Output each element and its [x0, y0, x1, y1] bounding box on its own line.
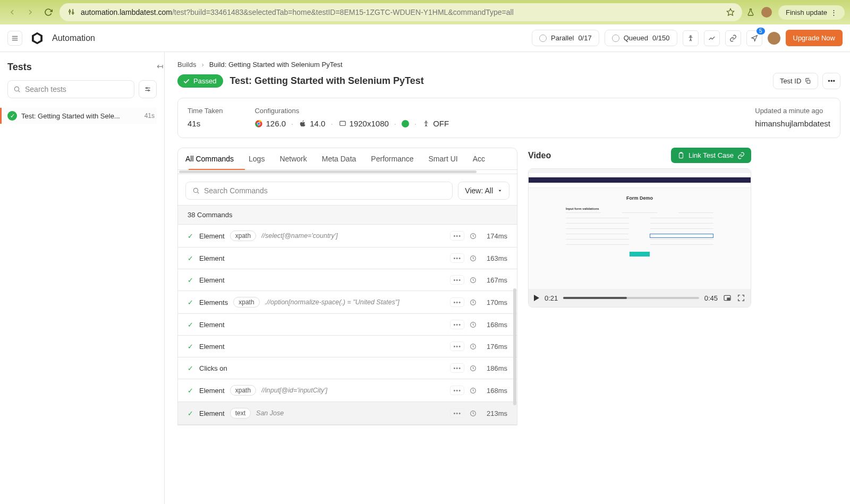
locator-value: //select[@name='country']: [261, 232, 338, 240]
site-controls-icon[interactable]: [67, 7, 76, 17]
back-button[interactable]: [5, 5, 19, 19]
preview-form-title: Form Demo: [566, 195, 713, 201]
tab-logs[interactable]: Logs: [241, 148, 272, 169]
command-row[interactable]: ✓ Clicks on ••• 186ms: [178, 357, 517, 379]
locator-value: San Jose: [256, 409, 284, 417]
queued-count: 0/150: [652, 34, 670, 42]
user-avatar[interactable]: [768, 32, 780, 45]
command-more-button[interactable]: •••: [450, 253, 464, 263]
play-button[interactable]: [534, 295, 539, 301]
notifications-icon[interactable]: 5: [746, 30, 762, 46]
command-name: Elements: [199, 298, 228, 306]
parallel-label: Parallel: [551, 34, 574, 42]
locator-value: //input[@id='inputCity']: [261, 387, 327, 394]
resolution-icon: [338, 119, 347, 128]
command-more-button[interactable]: •••: [450, 386, 464, 395]
locator-value: .//option[normalize-space(.) = "United S…: [265, 298, 400, 306]
command-row[interactable]: ✓ Element ••• 168ms: [178, 314, 517, 336]
tab-meta-data[interactable]: Meta Data: [314, 148, 364, 169]
lambdatest-logo[interactable]: [29, 30, 46, 47]
flask-icon[interactable]: [746, 8, 755, 16]
check-icon: ✓: [188, 321, 194, 329]
search-icon: [13, 86, 21, 93]
svg-line-12: [19, 91, 20, 92]
command-duration: 170ms: [482, 298, 507, 306]
url-domain: automation.lambdatest.com: [81, 8, 172, 16]
clock-icon: [470, 233, 477, 240]
video-player: Form Demo Input form validations: [528, 168, 751, 307]
pip-button[interactable]: [723, 294, 732, 302]
search-tests-input[interactable]: Search tests: [7, 80, 134, 98]
search-commands-input[interactable]: Search Commands: [185, 182, 453, 200]
commands-count: 38 Commands: [178, 205, 517, 225]
command-more-button[interactable]: •••: [450, 408, 464, 418]
command-duration: 163ms: [482, 254, 507, 262]
tabs: All Commands Logs Network Meta Data Perf…: [178, 148, 517, 170]
svg-point-10: [690, 35, 691, 36]
tab-smart-ui[interactable]: Smart UI: [421, 148, 465, 169]
command-row[interactable]: ✓ ElementtextSan Jose ••• 213ms: [178, 402, 517, 425]
link-test-case-button[interactable]: Link Test Case: [671, 148, 751, 163]
video-preview[interactable]: Form Demo Input form validations: [529, 169, 751, 289]
command-row[interactable]: ✓ Element ••• 176ms: [178, 336, 517, 357]
queued-label: Queued: [624, 34, 648, 42]
profile-avatar[interactable]: [761, 7, 772, 18]
more-actions-button[interactable]: •••: [822, 73, 840, 89]
video-title: Video: [528, 151, 551, 160]
video-seekbar[interactable]: [563, 297, 699, 299]
status-chip: Passed: [177, 74, 223, 88]
tabs-scrollbar[interactable]: [178, 170, 517, 174]
updated-label: Updated a minute ago: [755, 107, 830, 115]
check-icon: ✓: [188, 343, 194, 351]
commands-list[interactable]: ✓ Elementxpath//select[@name='country'] …: [178, 225, 517, 425]
accessibility-icon[interactable]: [683, 30, 699, 46]
test-id-button[interactable]: Test ID: [773, 73, 818, 89]
filter-button[interactable]: [139, 80, 157, 98]
menu-button[interactable]: [7, 31, 22, 46]
search-icon: [192, 187, 200, 194]
command-row[interactable]: ✓ Elementxpath//select[@name='country'] …: [178, 225, 517, 247]
list-scrollbar[interactable]: [513, 288, 516, 405]
analytics-icon[interactable]: [704, 30, 720, 46]
finish-update-button[interactable]: Finish update ⋮: [778, 5, 845, 20]
command-more-button[interactable]: •••: [450, 341, 464, 351]
command-more-button[interactable]: •••: [450, 320, 464, 329]
tab-all-commands[interactable]: All Commands: [178, 148, 241, 169]
check-icon: ✓: [188, 232, 194, 240]
locator-type-tag: text: [230, 408, 251, 418]
tab-performance[interactable]: Performance: [363, 148, 421, 169]
upgrade-button[interactable]: Upgrade Now: [786, 30, 843, 46]
tab-accessibility[interactable]: Acc: [465, 148, 492, 169]
command-row[interactable]: ✓ Element ••• 163ms: [178, 247, 517, 269]
notifications-badge: 5: [756, 28, 765, 35]
command-row[interactable]: ✓ Elementsxpath.//option[normalize-space…: [178, 291, 517, 314]
command-more-button[interactable]: •••: [450, 275, 464, 285]
collapse-sidebar-button[interactable]: ↤: [155, 62, 165, 71]
reload-button[interactable]: [41, 5, 55, 19]
tab-network[interactable]: Network: [272, 148, 314, 169]
command-more-button[interactable]: •••: [450, 363, 464, 373]
copy-icon: [804, 78, 811, 84]
command-duration: 176ms: [482, 343, 507, 351]
parallel-dot-icon: [539, 35, 547, 42]
test-list-item[interactable]: ✓ Test: Getting Started with Sele... 41s: [0, 108, 157, 124]
parallel-indicator[interactable]: Parallel 0/17: [532, 30, 599, 46]
svg-point-22: [426, 121, 427, 122]
time-taken-label: Time Taken: [188, 107, 223, 115]
link-icon[interactable]: [725, 30, 741, 46]
breadcrumb-root[interactable]: Builds: [177, 61, 196, 69]
command-row[interactable]: ✓ Element ••• 167ms: [178, 269, 517, 291]
command-row[interactable]: ✓ Elementxpath//input[@id='inputCity'] •…: [178, 379, 517, 402]
app-title: Automation: [52, 33, 95, 43]
queued-indicator[interactable]: Queued 0/150: [605, 30, 677, 46]
time-taken-value: 41s: [188, 119, 223, 128]
forward-button[interactable]: [23, 5, 37, 19]
url-bar[interactable]: automation.lambdatest.com/test?build=334…: [60, 3, 742, 21]
view-select[interactable]: View: All: [458, 182, 509, 200]
command-more-button[interactable]: •••: [450, 297, 464, 307]
fullscreen-button[interactable]: [737, 294, 745, 302]
command-more-button[interactable]: •••: [450, 231, 464, 241]
bookmark-icon[interactable]: [726, 8, 735, 16]
search-commands-placeholder: Search Commands: [204, 186, 268, 195]
svg-point-0: [69, 11, 71, 12]
